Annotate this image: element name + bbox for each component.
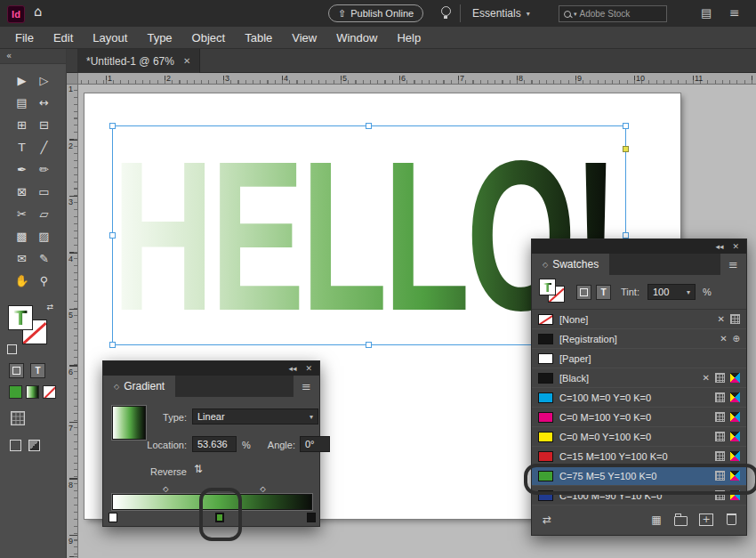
handle-top-right[interactable] — [623, 123, 629, 129]
new-color-group-icon[interactable]: ▦ — [650, 513, 663, 526]
formatting-affects-container-button[interactable] — [576, 285, 591, 300]
handle-reference-yellow[interactable] — [623, 146, 629, 152]
formatting-affects-text-button[interactable]: T — [30, 363, 45, 378]
content-collector-tool[interactable]: ⊞ — [11, 114, 33, 136]
note-tool[interactable]: ✉ — [11, 247, 33, 270]
ruler-origin[interactable] — [67, 73, 78, 85]
pen-tool[interactable]: ✒ — [11, 158, 33, 181]
fill-stroke-proxy[interactable]: T ⇄ — [7, 303, 53, 354]
handle-top-middle[interactable] — [366, 123, 372, 129]
hand-tool[interactable]: ✋ — [11, 270, 33, 292]
home-icon[interactable]: ⌂ — [34, 4, 43, 20]
fill-proxy[interactable]: T — [539, 279, 556, 295]
swatch-row-0[interactable]: [None]✕ — [532, 310, 746, 329]
formatting-affects-container-button[interactable] — [9, 363, 24, 378]
panel-menu-icon[interactable]: ≡ — [720, 254, 746, 275]
menu-file[interactable]: File — [5, 27, 44, 49]
arrange-documents-icon[interactable]: ▤ — [701, 6, 712, 20]
tab-gradient[interactable]: ◇ Gradient — [103, 376, 175, 397]
default-fill-stroke-icon[interactable] — [7, 344, 17, 354]
handle-middle-right[interactable] — [623, 232, 629, 239]
menu-help[interactable]: Help — [387, 27, 430, 49]
pencil-tool[interactable]: ✏ — [33, 158, 55, 181]
handle-middle-left[interactable] — [109, 232, 116, 239]
gradient-stop[interactable] — [215, 513, 224, 522]
gradient-feather-tool[interactable]: ▨ — [33, 225, 55, 247]
swatch-row-5[interactable]: C=0 M=100 Y=0 K=0 — [532, 408, 746, 427]
gradient-ramp[interactable]: ◇◇ — [112, 494, 312, 510]
swatch-row-6[interactable]: C=0 M=0 Y=100 K=0 — [532, 427, 746, 447]
collapse-panel-icon[interactable]: ◂◂ — [288, 364, 296, 373]
apply-gradient-button[interactable] — [26, 385, 39, 399]
formatting-affects-text-button[interactable]: T — [596, 285, 611, 300]
menu-window[interactable]: Window — [326, 27, 387, 49]
lightbulb-icon[interactable] — [441, 6, 451, 16]
menu-view[interactable]: View — [282, 27, 326, 49]
rectangle-tool[interactable]: ▭ — [33, 181, 55, 203]
close-icon[interactable]: ✕ — [183, 56, 190, 66]
menu-object[interactable]: Object — [182, 27, 236, 49]
handle-top-left[interactable] — [109, 123, 116, 129]
new-folder-icon[interactable] — [674, 513, 688, 526]
panel-menu-icon[interactable]: ≡ — [294, 376, 319, 397]
dock-collapse-button[interactable]: « — [0, 49, 66, 64]
view-options-icon[interactable] — [11, 411, 25, 425]
swatch-views-icon[interactable]: ⇄ — [541, 513, 553, 526]
document-tab[interactable]: *Untitled-1 @ 67% ✕ — [77, 49, 200, 73]
menubar: FileEditLayoutTypeObjectTableViewWindowH… — [0, 27, 756, 49]
type-tool[interactable]: T — [11, 136, 33, 158]
gradient-stop[interactable] — [109, 513, 117, 522]
workspace-switcher[interactable]: Essentials ▾ — [472, 7, 530, 20]
page-tool[interactable]: ▤ — [11, 92, 33, 114]
preview-screen-mode-button[interactable] — [28, 440, 40, 451]
apply-color-button[interactable] — [9, 385, 22, 399]
swatch-row-9[interactable]: C=100 M=90 Y=10 K=0 — [532, 486, 746, 505]
adobe-stock-search-input[interactable]: ▾ Adobe Stock — [559, 5, 667, 22]
content-placer-tool[interactable]: ⊟ — [33, 114, 55, 136]
collapse-panel-icon[interactable]: ◂◂ — [715, 242, 723, 251]
swatch-row-4[interactable]: C=100 M=0 Y=0 K=0 — [532, 388, 746, 408]
line-tool[interactable]: ╱ — [33, 136, 55, 158]
delete-swatch-icon[interactable] — [725, 513, 737, 526]
tab-swatches[interactable]: ◇ Swatches — [532, 254, 609, 275]
gradient-type-select[interactable]: Linear ▾ — [192, 408, 318, 425]
reverse-icon[interactable]: ⇅ — [194, 463, 203, 475]
menu-layout[interactable]: Layout — [83, 27, 137, 49]
swatch-row-8[interactable]: C=75 M=5 Y=100 K=0 — [532, 466, 746, 486]
rectangle-frame-tool[interactable]: ⊠ — [11, 181, 33, 203]
gradient-midpoint-icon[interactable]: ◇ — [260, 485, 265, 493]
apply-none-button[interactable] — [43, 385, 56, 399]
menu-table[interactable]: Table — [235, 27, 282, 49]
direct-selection-tool[interactable]: ▷ — [33, 69, 55, 92]
eyedropper-tool[interactable]: ✎ — [33, 247, 55, 270]
swatch-row-7[interactable]: C=15 M=100 Y=100 K=0 — [532, 447, 746, 466]
publish-online-button[interactable]: ⇧ Publish Online — [328, 4, 423, 22]
gradient-stop[interactable] — [307, 513, 316, 522]
gradient-swatch-tool[interactable]: ▩ — [11, 225, 33, 247]
angle-input[interactable]: 0° — [300, 436, 330, 452]
scissors-tool[interactable]: ✂ — [11, 203, 33, 225]
zoom-tool[interactable]: ⚲ — [33, 270, 55, 292]
tint-select[interactable]: 100 ▾ — [647, 284, 696, 300]
handle-bottom-left[interactable] — [109, 342, 116, 348]
gap-tool[interactable]: ↔ — [33, 92, 55, 114]
selection-tool[interactable]: ▶ — [11, 69, 33, 92]
publish-label: Publish Online — [350, 8, 414, 19]
swap-fill-stroke-icon[interactable]: ⇄ — [46, 303, 53, 311]
handle-bottom-middle[interactable] — [366, 342, 372, 348]
normal-screen-mode-button[interactable] — [10, 440, 21, 451]
close-icon[interactable]: ✕ — [305, 364, 312, 373]
swatch-row-2[interactable]: [Paper] — [532, 349, 746, 368]
free-transform-tool[interactable]: ▱ — [33, 203, 55, 225]
new-swatch-icon[interactable]: + — [699, 514, 713, 526]
close-icon[interactable]: ✕ — [732, 242, 739, 251]
swatch-row-1[interactable]: [Registration]✕⊕ — [532, 329, 746, 349]
gradient-thumbnail[interactable] — [112, 406, 146, 440]
gradient-midpoint-icon[interactable]: ◇ — [163, 485, 168, 493]
menu-edit[interactable]: Edit — [44, 27, 83, 49]
location-input[interactable]: 53.636 — [192, 436, 237, 452]
menu-type[interactable]: Type — [137, 27, 181, 49]
app-menu-icon[interactable]: ≡ — [729, 5, 740, 20]
fill-proxy[interactable]: T — [8, 305, 33, 330]
swatch-row-3[interactable]: [Black]✕ — [532, 368, 746, 388]
